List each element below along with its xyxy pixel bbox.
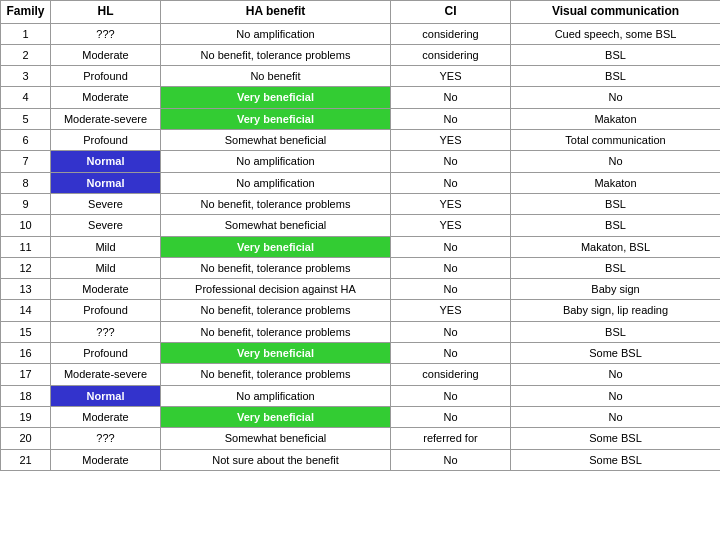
hl-cell: Profound [51, 300, 161, 321]
hl-cell: Moderate [51, 406, 161, 427]
hl-cell: Normal [51, 151, 161, 172]
family-cell: 11 [1, 236, 51, 257]
ha-cell: Not sure about the benefit [161, 449, 391, 470]
ci-cell: No [391, 172, 511, 193]
table-row: 1???No amplificationconsideringCued spee… [1, 23, 721, 44]
vc-cell: Total communication [511, 130, 721, 151]
table-row: 5Moderate-severeVery beneficialNoMakaton [1, 108, 721, 129]
ci-cell: No [391, 87, 511, 108]
hl-cell: ??? [51, 23, 161, 44]
ci-cell: No [391, 279, 511, 300]
vc-cell: BSL [511, 66, 721, 87]
hl-cell: Moderate [51, 449, 161, 470]
family-cell: 20 [1, 428, 51, 449]
vc-cell: Some BSL [511, 343, 721, 364]
vc-cell: BSL [511, 44, 721, 65]
vc-cell: Baby sign [511, 279, 721, 300]
family-cell: 17 [1, 364, 51, 385]
hl-cell: Normal [51, 172, 161, 193]
family-cell: 2 [1, 44, 51, 65]
table-row: 17Moderate-severeNo benefit, tolerance p… [1, 364, 721, 385]
ci-cell: No [391, 321, 511, 342]
vc-cell: Some BSL [511, 428, 721, 449]
ci-cell: No [391, 257, 511, 278]
vc-cell: BSL [511, 321, 721, 342]
vc-cell: No [511, 87, 721, 108]
ha-cell: Very beneficial [161, 87, 391, 108]
column-header-4: Visual communication [511, 1, 721, 24]
ci-cell: YES [391, 193, 511, 214]
ha-cell: Very beneficial [161, 406, 391, 427]
table-row: 7NormalNo amplificationNoNo [1, 151, 721, 172]
ci-cell: No [391, 385, 511, 406]
family-cell: 1 [1, 23, 51, 44]
vc-cell: No [511, 406, 721, 427]
table-row: 10SevereSomewhat beneficialYESBSL [1, 215, 721, 236]
vc-cell: BSL [511, 215, 721, 236]
ci-cell: No [391, 108, 511, 129]
ci-cell: YES [391, 66, 511, 87]
hl-cell: ??? [51, 321, 161, 342]
vc-cell: No [511, 151, 721, 172]
table-row: 21ModerateNot sure about the benefitNoSo… [1, 449, 721, 470]
vc-cell: Makaton, BSL [511, 236, 721, 257]
vc-cell: Baby sign, lip reading [511, 300, 721, 321]
ha-cell: No benefit [161, 66, 391, 87]
ha-cell: Somewhat beneficial [161, 130, 391, 151]
family-cell: 16 [1, 343, 51, 364]
vc-cell: BSL [511, 257, 721, 278]
table-row: 15???No benefit, tolerance problemsNoBSL [1, 321, 721, 342]
vc-cell: Cued speech, some BSL [511, 23, 721, 44]
ci-cell: considering [391, 364, 511, 385]
ci-cell: considering [391, 44, 511, 65]
column-header-1: HL [51, 1, 161, 24]
table-row: 8NormalNo amplificationNoMakaton [1, 172, 721, 193]
hl-cell: ??? [51, 428, 161, 449]
ci-cell: No [391, 343, 511, 364]
table-row: 19ModerateVery beneficialNoNo [1, 406, 721, 427]
family-cell: 15 [1, 321, 51, 342]
ha-cell: Very beneficial [161, 343, 391, 364]
column-header-2: HA benefit [161, 1, 391, 24]
family-cell: 12 [1, 257, 51, 278]
table-row: 13ModerateProfessional decision against … [1, 279, 721, 300]
table-row: 9SevereNo benefit, tolerance problemsYES… [1, 193, 721, 214]
table-row: 6ProfoundSomewhat beneficialYESTotal com… [1, 130, 721, 151]
hl-cell: Mild [51, 257, 161, 278]
ha-cell: Very beneficial [161, 108, 391, 129]
hl-cell: Moderate [51, 87, 161, 108]
table-row: 14ProfoundNo benefit, tolerance problems… [1, 300, 721, 321]
vc-cell: No [511, 364, 721, 385]
ha-cell: Somewhat beneficial [161, 215, 391, 236]
family-cell: 13 [1, 279, 51, 300]
vc-cell: Makaton [511, 172, 721, 193]
table-row: 18NormalNo amplificationNoNo [1, 385, 721, 406]
hl-cell: Moderate-severe [51, 108, 161, 129]
ha-cell: Somewhat beneficial [161, 428, 391, 449]
ha-cell: No benefit, tolerance problems [161, 193, 391, 214]
table-row: 2ModerateNo benefit, tolerance problemsc… [1, 44, 721, 65]
ci-cell: No [391, 449, 511, 470]
ha-cell: No amplification [161, 172, 391, 193]
family-cell: 10 [1, 215, 51, 236]
family-cell: 19 [1, 406, 51, 427]
family-cell: 18 [1, 385, 51, 406]
ci-cell: No [391, 236, 511, 257]
ha-cell: No benefit, tolerance problems [161, 257, 391, 278]
ha-cell: Professional decision against HA [161, 279, 391, 300]
vc-cell: BSL [511, 193, 721, 214]
ha-cell: No benefit, tolerance problems [161, 44, 391, 65]
hl-cell: Severe [51, 215, 161, 236]
table-row: 20???Somewhat beneficialreferred forSome… [1, 428, 721, 449]
table-row: 16ProfoundVery beneficialNoSome BSL [1, 343, 721, 364]
hl-cell: Mild [51, 236, 161, 257]
family-cell: 5 [1, 108, 51, 129]
vc-cell: Makaton [511, 108, 721, 129]
ci-cell: considering [391, 23, 511, 44]
family-cell: 8 [1, 172, 51, 193]
family-cell: 9 [1, 193, 51, 214]
main-table: FamilyHLHA benefitCIVisual communication… [0, 0, 720, 471]
ci-cell: referred for [391, 428, 511, 449]
ha-cell: No amplification [161, 151, 391, 172]
ci-cell: No [391, 151, 511, 172]
